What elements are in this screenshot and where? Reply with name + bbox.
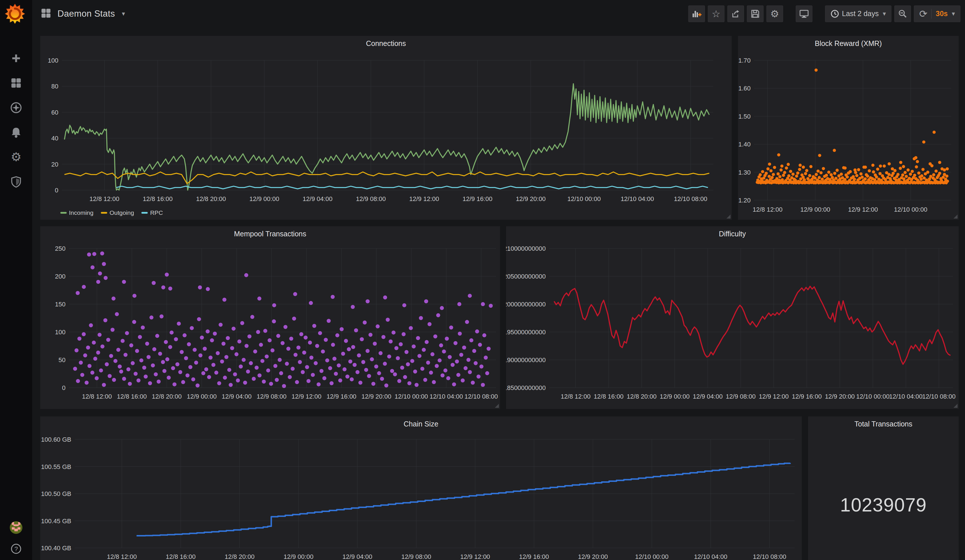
svg-text:20: 20: [51, 161, 58, 168]
svg-text:12/9 08:00: 12/9 08:00: [257, 393, 286, 400]
refresh-picker[interactable]: ⟳ 30s ▾: [914, 5, 960, 22]
legend: IncomingOutgoingRPC: [61, 209, 163, 216]
panel-title[interactable]: Difficulty: [506, 230, 958, 238]
dashboard-grid-icon[interactable]: [40, 8, 52, 20]
svg-text:12/10 08:00: 12/10 08:00: [674, 195, 707, 202]
svg-text:60: 60: [51, 109, 58, 116]
svg-text:12/9 00:00: 12/9 00:00: [249, 195, 279, 202]
svg-text:12/8 20:00: 12/8 20:00: [152, 393, 182, 400]
gear-icon: ⚙: [770, 9, 779, 19]
svg-text:12/9 04:00: 12/9 04:00: [693, 393, 723, 400]
refresh-caret-icon: ▾: [952, 10, 955, 18]
panel-title[interactable]: Total Transactions: [808, 420, 958, 428]
shield-icon: [10, 176, 22, 188]
svg-text:50: 50: [59, 356, 65, 364]
svg-text:12/9 08:00: 12/9 08:00: [356, 195, 386, 202]
svg-text:12/8 16:00: 12/8 16:00: [594, 393, 623, 400]
panel-resize-handle[interactable]: [954, 404, 957, 408]
sidebar-item-server-admin[interactable]: [10, 175, 23, 188]
sidebar-item-dashboards[interactable]: [10, 77, 23, 90]
sidebar-item-explore[interactable]: [10, 101, 23, 114]
svg-text:12/9 00:00: 12/9 00:00: [187, 393, 217, 400]
svg-text:150: 150: [55, 301, 65, 308]
total-transactions-value: 10239079: [808, 494, 958, 516]
grafana-logo[interactable]: [5, 3, 26, 25]
save-dashboard-button[interactable]: [747, 5, 764, 22]
panel-title[interactable]: Mempool Transactions: [40, 230, 500, 238]
panel-title[interactable]: Block Reward (XMR): [738, 39, 958, 48]
top-navbar: Daemon Stats ▾ ☆ ⚙: [0, 0, 965, 27]
share-dashboard-button[interactable]: [727, 5, 744, 22]
panel-difficulty: Difficulty 18500000000019000000000019500…: [506, 226, 958, 409]
user-avatar[interactable]: [10, 521, 23, 534]
legend-item[interactable]: Outgoing: [101, 209, 134, 216]
sidebar-item-configuration[interactable]: ⚙: [10, 150, 23, 164]
divider: [931, 9, 932, 19]
panel-connections: Connections 02040608010012/8 12:0012/8 1…: [40, 36, 732, 220]
star-icon: ☆: [712, 9, 720, 19]
svg-text:100.50 GB: 100.50 GB: [41, 490, 71, 497]
svg-text:12/8 12:00: 12/8 12:00: [561, 393, 590, 400]
svg-text:100.45 GB: 100.45 GB: [41, 518, 71, 525]
svg-text:12/9 04:00: 12/9 04:00: [303, 195, 332, 202]
svg-text:12/10 00:00: 12/10 00:00: [394, 393, 428, 400]
svg-text:12/8 12:00: 12/8 12:00: [107, 553, 137, 560]
svg-text:12/9 04:00: 12/9 04:00: [222, 393, 252, 400]
svg-text:250: 250: [55, 245, 65, 252]
difficulty-chart[interactable]: 1850000000001900000000001950000000002000…: [506, 226, 958, 409]
zoom-out-button[interactable]: [894, 5, 911, 22]
help-button[interactable]: ?: [10, 542, 23, 555]
svg-text:12/10 04:00: 12/10 04:00: [889, 393, 922, 400]
time-range-picker[interactable]: Last 2 days ▾: [825, 5, 891, 22]
svg-text:12/10 00:00: 12/10 00:00: [894, 206, 927, 213]
svg-text:12/9 12:00: 12/9 12:00: [759, 393, 789, 400]
legend-item[interactable]: RPC: [141, 209, 163, 216]
svg-text:1.60: 1.60: [738, 85, 751, 92]
star-dashboard-button[interactable]: ☆: [708, 5, 725, 22]
legend-swatch: [141, 212, 148, 214]
dashboards-grid-icon: [10, 77, 22, 89]
svg-text:12/9 04:00: 12/9 04:00: [343, 553, 373, 560]
legend-label: Incoming: [69, 209, 93, 216]
sidebar-item-create[interactable]: [10, 52, 23, 65]
panel-resize-handle[interactable]: [954, 214, 957, 219]
svg-text:200: 200: [55, 273, 65, 280]
svg-text:12/10 08:00: 12/10 08:00: [753, 553, 786, 560]
svg-text:12/8 16:00: 12/8 16:00: [166, 553, 196, 560]
panel-title[interactable]: Connections: [40, 39, 732, 48]
svg-text:12/8 16:00: 12/8 16:00: [143, 195, 173, 202]
dashboard-title[interactable]: Daemon Stats: [57, 9, 115, 19]
panel-resize-handle[interactable]: [495, 404, 499, 408]
svg-text:195000000000: 195000000000: [506, 328, 546, 336]
dashboard-caret-icon[interactable]: ▾: [122, 10, 125, 18]
clock-icon: [831, 10, 839, 18]
svg-text:12/8 20:00: 12/8 20:00: [225, 553, 255, 560]
svg-text:80: 80: [51, 83, 58, 90]
tv-mode-button[interactable]: [796, 5, 813, 22]
panel-chain-size: Chain Size 100.40 GB100.45 GB100.50 GB10…: [40, 416, 802, 560]
time-range-caret-icon: ▾: [883, 10, 886, 18]
svg-text:12/9 08:00: 12/9 08:00: [726, 393, 756, 400]
svg-text:12/9 00:00: 12/9 00:00: [284, 553, 314, 560]
svg-text:12/10 00:00: 12/10 00:00: [567, 195, 600, 202]
dashboard-settings-button[interactable]: ⚙: [766, 5, 783, 22]
block-reward-chart[interactable]: 1.201.301.401.501.601.7012/8 12:0012/9 0…: [738, 36, 958, 220]
svg-text:12/10 04:00: 12/10 04:00: [430, 393, 463, 400]
svg-text:185000000000: 185000000000: [506, 384, 546, 392]
svg-text:12/9 08:00: 12/9 08:00: [401, 553, 431, 560]
sidebar-item-alerting[interactable]: [10, 126, 23, 139]
add-panel-button[interactable]: [688, 5, 705, 22]
refresh-icon: ⟳: [919, 9, 927, 19]
panel-resize-handle[interactable]: [726, 214, 731, 219]
legend-item[interactable]: Incoming: [61, 209, 93, 216]
svg-text:12/9 20:00: 12/9 20:00: [516, 195, 546, 202]
panel-title[interactable]: Chain Size: [40, 420, 802, 428]
svg-text:12/9 20:00: 12/9 20:00: [361, 393, 391, 400]
connections-chart[interactable]: 02040608010012/8 12:0012/8 16:0012/8 20:…: [40, 36, 732, 220]
chain-size-chart[interactable]: 100.40 GB100.45 GB100.50 GB100.55 GB100.…: [40, 416, 802, 560]
svg-text:12/9 12:00: 12/9 12:00: [460, 553, 490, 560]
svg-text:1.70: 1.70: [738, 57, 751, 64]
svg-text:40: 40: [51, 135, 58, 142]
svg-text:12/9 12:00: 12/9 12:00: [409, 195, 439, 202]
mempool-chart[interactable]: 05010015020025012/8 12:0012/8 16:0012/8 …: [40, 226, 500, 409]
